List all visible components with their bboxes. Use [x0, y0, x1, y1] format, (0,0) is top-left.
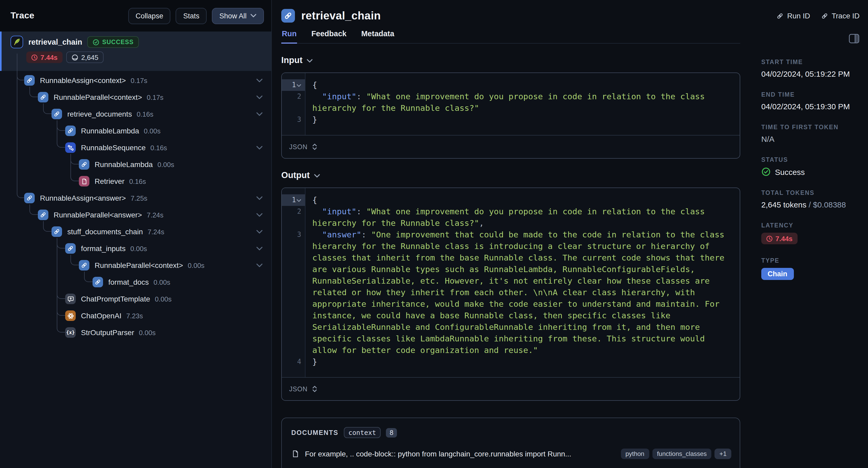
code-line: 3} [282, 114, 740, 126]
run-id-button[interactable]: Run ID [776, 11, 810, 20]
output-format-select[interactable]: JSON [282, 377, 740, 400]
tree-row-retrieve-documents[interactable]: retrieve_documents0.16s [0, 106, 271, 122]
panel-toggle-icon[interactable] [848, 34, 860, 43]
chevron-down-icon[interactable] [256, 145, 263, 150]
tree-row-label: StrOutputParser [81, 328, 134, 337]
collapse-button[interactable]: Collapse [128, 8, 170, 24]
link-icon [821, 12, 829, 20]
tree-row-runnablelambda[interactable]: RunnableLambda0.00s [0, 122, 271, 139]
trace-id-button[interactable]: Trace ID [821, 11, 860, 20]
documents-count-badge: 8 [386, 428, 397, 437]
line-number: 4 [282, 356, 305, 368]
stats-button[interactable]: Stats [176, 8, 207, 24]
tab-bar: RunFeedbackMetadata [281, 26, 740, 43]
token-coin-icon [71, 54, 78, 61]
tree-row-duration: 0.16s [137, 110, 154, 118]
meta-field-time-to-first-token: TIME TO FIRST TOKENN/A [761, 124, 861, 143]
chevron-down-icon[interactable] [256, 95, 263, 100]
meta-field-end-time: END TIME04/02/2024, 05:19:30 PM [761, 91, 861, 111]
langsmith-parrot-icon [10, 36, 23, 48]
tab-run[interactable]: Run [281, 26, 297, 43]
tree-row-runnableparallel-context-[interactable]: RunnableParallel<context>0.17s [0, 89, 271, 106]
trace-panel: Trace Collapse Stats Show All retrieval_… [0, 0, 272, 468]
chevron-down-icon[interactable] [256, 196, 263, 200]
tree-row-retriever[interactable]: Retriever0.16s [0, 173, 271, 190]
tree-row-label: ChatPromptTemplate [81, 295, 150, 303]
meta-value: 04/02/2024, 05:19:22 PM [761, 69, 861, 78]
line-number: 3 [282, 229, 305, 356]
page-title: retrieval_chain [301, 9, 381, 22]
chain-icon [52, 226, 62, 237]
document-row[interactable]: For example, .. code-block:: python from… [282, 443, 740, 464]
tree-row-label: stuff_documents_chain [67, 227, 143, 236]
tree-row-duration: 0.00s [144, 127, 161, 135]
chevron-down-icon[interactable] [256, 246, 263, 251]
fold-chevron-icon[interactable] [297, 79, 301, 91]
documents-label: DOCUMENTS [291, 429, 338, 436]
run-meta-sidebar: Run ID Trace ID START TIME04/02/2024, 05… [749, 0, 868, 468]
document-icon [291, 449, 300, 458]
run-header: retrieval_chain [281, 0, 740, 24]
check-circle-icon [93, 39, 100, 45]
tree-row-format-docs[interactable]: format_docs0.00s [0, 274, 271, 291]
code-line: 1{ [282, 194, 740, 206]
code-line: 2 "input": "What one improvement do you … [282, 206, 740, 229]
tree-row-label: RunnableLambda [81, 127, 139, 135]
chevron-down-icon[interactable] [256, 229, 263, 234]
tree-row-duration: 0.16s [150, 144, 167, 152]
code-text: } [305, 356, 740, 368]
tree-row-runnablesequence[interactable]: RunnableSequence0.16s [0, 139, 271, 156]
tree-row-label: ChatOpenAI [81, 311, 121, 320]
input-section-toggle[interactable]: Input [281, 55, 740, 65]
show-all-dropdown[interactable]: Show All [212, 8, 264, 24]
chevron-down-icon [250, 14, 256, 18]
tree-row-runnablelambda[interactable]: RunnableLambda0.00s [0, 156, 271, 173]
meta-label: LATENCY [761, 222, 861, 229]
tree-row-chatprompttemplate[interactable]: ChatPromptTemplate0.00s [0, 291, 271, 307]
more-tags-badge[interactable]: +1 [715, 448, 731, 459]
output-section-toggle[interactable]: Output [281, 170, 740, 180]
chain-icon [24, 193, 35, 203]
tree-row-duration: 7.24s [148, 228, 164, 236]
meta-value: Chain [761, 268, 861, 280]
output-code-block: 1{2 "input": "What one improvement do yo… [281, 188, 740, 401]
latency-badge: 7.44s [26, 52, 62, 63]
updown-icon [312, 385, 317, 393]
trace-panel-title: Trace [10, 10, 34, 21]
tree-row-runnableparallel-answer-[interactable]: RunnableParallel<answer>7.24s [0, 206, 271, 223]
tree-row-format-inputs[interactable]: format_inputs0.00s [0, 240, 271, 257]
chevron-down-icon[interactable] [256, 263, 263, 268]
chevron-down-icon[interactable] [256, 212, 263, 217]
chain-icon [65, 243, 76, 254]
meta-field-start-time: START TIME04/02/2024, 05:19:22 PM [761, 59, 861, 78]
tree-row-runnableassign-answer-[interactable]: RunnableAssign<answer>7.25s [0, 190, 271, 206]
tree-row-chatopenai[interactable]: ChatOpenAI7.23s [0, 307, 271, 324]
document-tag: python [621, 448, 649, 459]
chevron-down-icon [307, 59, 313, 63]
document-text: For example, .. code-block:: python from… [305, 449, 615, 458]
tree-row-runnableassign-context-[interactable]: RunnableAssign<context>0.17s [0, 72, 271, 89]
trace-root-row[interactable]: retrieval_chain SUCCESS 7.44s 2,645 [0, 32, 271, 71]
check-circle-icon [761, 167, 771, 176]
chevron-down-icon[interactable] [256, 78, 263, 83]
tab-feedback[interactable]: Feedback [311, 26, 347, 43]
retriever-icon [79, 176, 89, 187]
meta-field-total-tokens: TOTAL TOKENS2,645 tokens / $0.08388 [761, 190, 861, 209]
chain-icon [281, 9, 295, 23]
fold-chevron-icon[interactable] [297, 194, 301, 206]
chain-icon [38, 209, 49, 220]
latency-badge: 7.44s [761, 233, 797, 244]
tree-row-runnableparallel-context-[interactable]: RunnableParallel<context>0.00s [0, 257, 271, 274]
documents-panel: DOCUMENTS context 8 For example, .. code… [281, 417, 740, 468]
input-format-select[interactable]: JSON [282, 135, 740, 158]
chevron-down-icon[interactable] [256, 112, 263, 116]
run-detail-panel: retrieval_chain RunFeedbackMetadata Inpu… [272, 0, 749, 468]
tree-row-duration: 0.00s [155, 295, 172, 303]
openai-icon [65, 310, 76, 321]
chain-icon [38, 92, 49, 102]
tree-row-stroutputparser[interactable]: {x}StrOutputParser0.00s [0, 324, 271, 341]
tab-metadata[interactable]: Metadata [361, 26, 395, 43]
tree-row-stuff-documents-chain[interactable]: stuff_documents_chain7.24s [0, 223, 271, 240]
parser-icon: {x} [65, 327, 76, 338]
status-badge: SUCCESS [88, 36, 139, 48]
